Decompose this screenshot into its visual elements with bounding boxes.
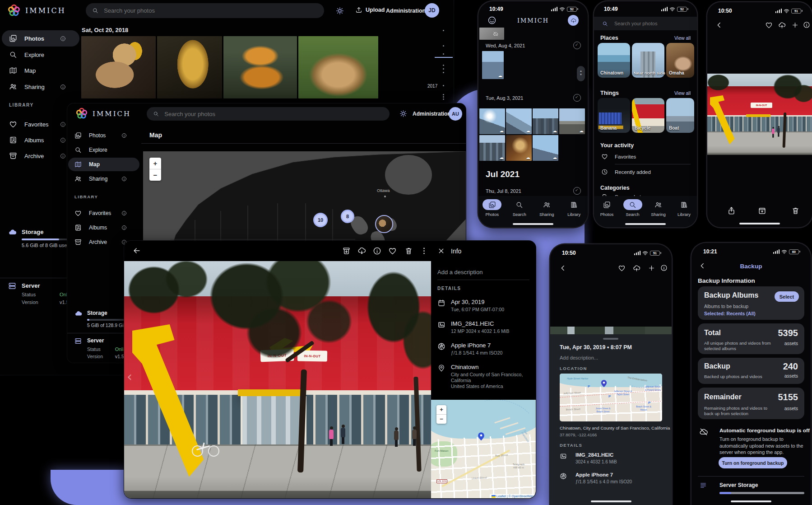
location-map[interactable]: Hyde Street Harbor The Embarcadero Jeffe… — [560, 374, 662, 421]
scrubber-marker[interactable] — [435, 57, 453, 58]
info-badge-icon[interactable] — [60, 137, 66, 143]
photo-thumbnail[interactable]: ☁ — [533, 108, 558, 134]
administration-button[interactable]: Administration — [386, 8, 426, 14]
administration-button[interactable]: Administration — [413, 111, 451, 117]
description-field[interactable]: Add a description — [437, 269, 483, 276]
sidebar-item-photos[interactable]: Photos — [2, 30, 79, 47]
info-badge-icon[interactable] — [60, 153, 66, 159]
search-bar[interactable] — [594, 17, 697, 30]
cloud-upload-icon[interactable] — [633, 264, 640, 272]
photo-viewer[interactable]: IN-N-OUT IN-N-OUT ‹ — [124, 261, 431, 498]
info-badge-icon[interactable] — [121, 225, 127, 230]
map-cluster[interactable]: 10 — [313, 213, 328, 227]
sidebar-item-map[interactable]: Map — [2, 62, 79, 79]
sidebar-item-albums[interactable]: Albums — [68, 221, 139, 234]
avatar[interactable]: JD — [425, 3, 439, 18]
search-input[interactable] — [103, 7, 318, 14]
foreground-backup-button[interactable]: Turn on foreground backup — [719, 457, 787, 468]
upload-button[interactable]: Upload — [355, 6, 385, 14]
thing-card[interactable]: Bicycle — [632, 98, 664, 133]
nav-item-sharing[interactable]: Sharing — [535, 199, 558, 217]
view-all-link[interactable]: View all — [674, 90, 691, 96]
nav-item-photos[interactable]: Photos — [595, 199, 619, 217]
location-minimap[interactable]: Fort Mason US 101 Bay Street Union Stree… — [431, 400, 536, 498]
zoom-out-button[interactable]: − — [149, 169, 161, 181]
select-day-checkbox[interactable] — [573, 42, 581, 49]
minimap-zoom-control[interactable]: + − — [436, 405, 446, 424]
info-icon[interactable] — [373, 247, 381, 255]
info-icon[interactable] — [803, 21, 810, 28]
info-badge-icon[interactable] — [60, 84, 66, 90]
archive-add-icon[interactable] — [758, 206, 766, 215]
favorite-icon[interactable] — [618, 264, 626, 272]
photo-thumbnail[interactable]: ☁ — [533, 135, 558, 161]
avatar[interactable]: AU — [449, 107, 462, 121]
place-card[interactable]: Near north side — [632, 43, 664, 78]
photo-thumbnail[interactable]: ☁ — [559, 108, 585, 134]
sidebar-item-favorites[interactable]: Favorites — [68, 206, 139, 220]
place-card[interactable]: Omaha — [666, 43, 694, 78]
nav-item-sharing[interactable]: Sharing — [647, 199, 670, 217]
search-input[interactable] — [163, 110, 383, 118]
info-badge-icon[interactable] — [60, 36, 66, 42]
photo-sliver[interactable] — [550, 327, 672, 334]
zoom-in-button[interactable]: + — [149, 158, 161, 169]
sidebar-item-map[interactable]: Map — [68, 158, 139, 171]
prev-photo-chevron[interactable]: ‹ — [127, 369, 132, 384]
sidebar-item-sharing[interactable]: Sharing — [2, 79, 79, 95]
more-icon[interactable] — [420, 247, 428, 255]
photo-thumbnail[interactable]: ☁ — [482, 51, 504, 79]
sidebar-item-photos[interactable]: Photos — [68, 129, 139, 142]
photo-thumbnail[interactable] — [81, 36, 156, 98]
favorite-icon[interactable] — [765, 21, 773, 29]
archive-icon[interactable] — [342, 247, 351, 255]
back-chevron-icon[interactable] — [559, 264, 567, 272]
cloud-upload-icon[interactable] — [778, 21, 786, 29]
scroll-handle[interactable]: ▲▼ — [577, 66, 585, 81]
activity-row-favorites[interactable]: Favorites — [615, 154, 636, 159]
description-field[interactable]: Add description... — [560, 355, 598, 360]
info-badge-icon[interactable] — [121, 210, 127, 216]
delete-icon[interactable] — [791, 206, 800, 215]
sidebar-item-explore[interactable]: Explore — [2, 47, 79, 63]
select-day-checkbox[interactable] — [573, 94, 581, 102]
search-bar[interactable] — [86, 3, 324, 18]
nav-item-library[interactable]: Library — [673, 199, 696, 217]
info-badge-icon[interactable] — [121, 133, 127, 138]
search-bar[interactable] — [147, 107, 390, 121]
place-card[interactable]: Chinatown — [598, 43, 630, 78]
nav-item-library[interactable]: Library — [562, 199, 586, 217]
map-attribution[interactable]: Leaflet | © OpenStreetMap — [490, 494, 536, 498]
photo-thumbnail[interactable]: ☁ — [479, 108, 505, 134]
back-chevron-icon[interactable] — [715, 21, 723, 29]
info-badge-icon[interactable] — [121, 176, 127, 182]
map-photo-marker[interactable] — [375, 215, 393, 233]
zoom-out-button[interactable]: − — [436, 415, 446, 424]
photo-thumbnail[interactable] — [157, 36, 222, 98]
back-icon[interactable] — [132, 246, 141, 255]
info-icon[interactable] — [660, 264, 668, 271]
upload-avatar[interactable] — [568, 15, 579, 26]
map-cluster[interactable]: 8 — [341, 210, 354, 223]
info-badge-icon[interactable] — [60, 122, 66, 127]
theme-toggle-icon[interactable] — [336, 7, 344, 15]
add-icon[interactable] — [791, 21, 799, 29]
theme-toggle-icon[interactable] — [399, 110, 407, 117]
delete-icon[interactable] — [404, 247, 413, 255]
zoom-in-button[interactable]: + — [436, 405, 446, 415]
add-icon[interactable] — [648, 264, 655, 272]
search-input[interactable] — [613, 20, 683, 27]
download-cloud-icon[interactable] — [357, 247, 366, 255]
select-day-checkbox[interactable] — [573, 187, 581, 195]
nav-item-search[interactable]: Search — [621, 199, 645, 217]
favorite-icon[interactable] — [388, 247, 397, 255]
photo-thumbnail[interactable] — [223, 36, 297, 98]
thing-card[interactable]: Banana — [598, 98, 630, 133]
photo-thumbnail[interactable] — [298, 36, 378, 98]
thing-card[interactable]: Boat — [666, 98, 694, 133]
nav-item-photos[interactable]: Photos — [480, 199, 504, 217]
photo-viewer[interactable]: IN-N-OUT — [707, 74, 812, 155]
sidebar-item-explore[interactable]: Explore — [68, 143, 139, 157]
photo-thumbnail[interactable]: ☁ — [506, 108, 532, 134]
sheet-drag-handle[interactable] — [603, 338, 618, 340]
